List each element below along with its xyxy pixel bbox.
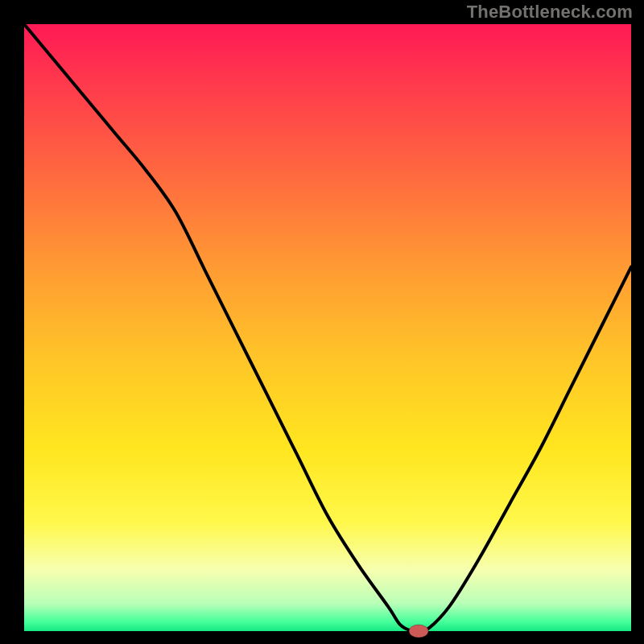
bottleneck-chart bbox=[0, 0, 644, 644]
minimum-marker bbox=[409, 625, 428, 638]
attribution-text: TheBottleneck.com bbox=[467, 2, 633, 23]
gradient-background bbox=[24, 24, 631, 631]
